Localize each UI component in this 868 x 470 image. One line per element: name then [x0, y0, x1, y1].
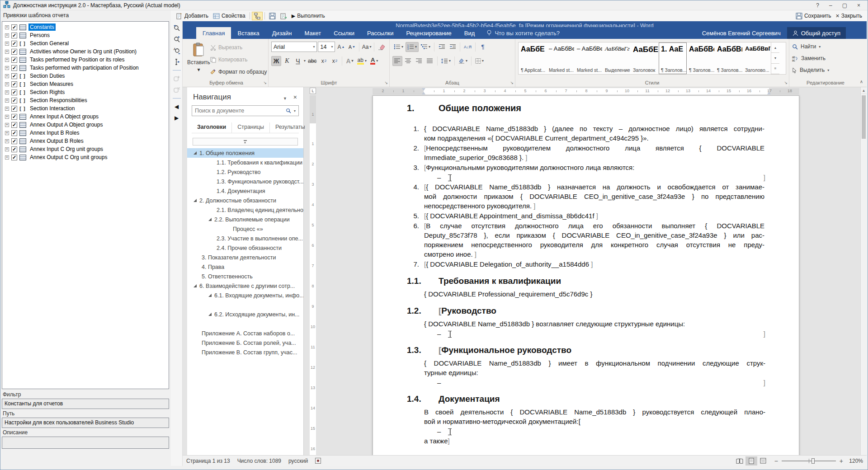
checkbox-checked-icon[interactable]: ✓: [11, 65, 17, 71]
zoom-slider-thumb[interactable]: [811, 458, 815, 464]
nav-heading-item[interactable]: Приложение А. Состав наборов о...: [187, 329, 303, 338]
expand-icon[interactable]: +: [5, 50, 9, 54]
highlight-button[interactable]: ab▾: [356, 56, 368, 66]
checkbox-checked-icon[interactable]: ✓: [11, 33, 17, 38]
style-card[interactable]: АаБбЕЗаголовок: [631, 42, 659, 74]
increase-indent-button[interactable]: [448, 42, 458, 52]
tree-item[interactable]: +✓[ ]Section General: [2, 39, 169, 47]
nav-heading-item[interactable]: 6. Взаимодействие с другими сотр...: [187, 281, 303, 291]
nav-heading-item[interactable]: 1.1. Требования к квалификации: [187, 158, 303, 167]
italic-button[interactable]: К: [282, 56, 292, 66]
tree-item[interactable]: +✓Annex Input A Object groups: [2, 113, 169, 121]
tree-item[interactable]: +✓Tasks performed by Position or its rol…: [2, 56, 169, 64]
zoom-slider[interactable]: [782, 461, 836, 461]
tree-item[interactable]: +✓Annex Input C Org unit groups: [2, 145, 169, 153]
checkbox-checked-icon[interactable]: ✓: [11, 146, 17, 152]
style-card[interactable]: АаБбЕ¶ Applicat...: [519, 42, 547, 74]
expand-icon[interactable]: +: [5, 82, 9, 86]
close-button[interactable]: × Закрыть: [834, 11, 864, 20]
superscript-button[interactable]: x2: [330, 56, 340, 66]
nav-heading-item[interactable]: 1.3. Функциональное руководст...: [187, 177, 303, 186]
tree-item[interactable]: +✓[ ]Section Responsibilities: [2, 96, 169, 104]
tree-item[interactable]: +✓Activities whose Owner is Org unit (Po…: [2, 47, 169, 56]
description-field[interactable]: [2, 437, 169, 449]
expand-icon[interactable]: +: [5, 66, 9, 70]
tab-Макет[interactable]: Макет: [298, 27, 328, 39]
checkbox-checked-icon[interactable]: ✓: [11, 24, 17, 30]
add-button[interactable]: * Добавить: [174, 12, 211, 20]
account-name[interactable]: Семёнов Евгений Сергеевич: [702, 27, 787, 39]
expanded-icon[interactable]: [208, 218, 212, 221]
tree-item[interactable]: +✓Annex Output A Object groups: [2, 121, 169, 129]
help-icon[interactable]: ?: [816, 2, 819, 9]
goto-cursor-icon[interactable]: [173, 58, 181, 66]
nav-heading-item[interactable]: Процесс «»: [187, 224, 303, 234]
bullets-button[interactable]: ▾: [392, 42, 405, 52]
font-launcher-icon[interactable]: ↘: [384, 80, 388, 85]
line-spacing-button[interactable]: ▾: [440, 56, 452, 66]
close-window-icon[interactable]: ×: [857, 2, 860, 9]
style-card[interactable]: АаБбВв¶ Заголов...: [715, 42, 743, 74]
replace-button[interactable]: abac Заменить: [792, 52, 859, 64]
expand-icon[interactable]: +: [5, 90, 9, 94]
search-input[interactable]: [195, 108, 283, 114]
expand-icon[interactable]: +: [5, 131, 9, 135]
hanging-indent-marker[interactable]: [422, 92, 425, 94]
tree-item[interactable]: +✓[ ]Section Measures: [2, 80, 169, 88]
align-right-button[interactable]: [414, 56, 424, 66]
read-mode-button[interactable]: [734, 456, 745, 465]
bindings-tree-button[interactable]: [252, 12, 263, 20]
expand-icon[interactable]: +: [5, 123, 9, 127]
find-text-icon[interactable]: A: [173, 47, 181, 55]
right-indent-marker[interactable]: [767, 92, 771, 94]
nav-heading-item[interactable]: Приложение Б. Состав ролей, уча...: [187, 338, 303, 348]
navigation-search-box[interactable]: ▾: [192, 105, 299, 116]
align-center-button[interactable]: [403, 56, 413, 66]
maximize-icon[interactable]: ▢: [842, 2, 847, 9]
scrollbar-thumb[interactable]: [862, 95, 866, 139]
nav-heading-item[interactable]: 1.2. Руководство: [187, 167, 303, 177]
align-left-button[interactable]: [392, 56, 402, 66]
checkbox-checked-icon[interactable]: ✓: [11, 138, 17, 144]
expand-icon[interactable]: +: [5, 99, 9, 103]
borders-button[interactable]: ▾: [474, 56, 485, 66]
font-name-combo[interactable]: Arial▾: [271, 42, 317, 52]
navpane-options-icon[interactable]: ▼: [283, 96, 287, 101]
nav-heading-item[interactable]: 2.4. Прочие обязанности: [187, 243, 303, 253]
checkbox-checked-icon[interactable]: ✓: [11, 73, 17, 79]
tree-item[interactable]: +✓Constants: [2, 23, 169, 31]
find-previous-binding-icon[interactable]: [173, 24, 181, 32]
checkbox-checked-icon[interactable]: ✓: [11, 155, 17, 160]
tree-item[interactable]: +✓Tasks performed with participation of …: [2, 64, 169, 72]
tab-selector[interactable]: L: [310, 88, 316, 94]
vertical-scrollbar[interactable]: ▲: [860, 87, 867, 455]
previous-icon[interactable]: ◀: [173, 103, 181, 111]
expanded-icon[interactable]: [193, 284, 197, 287]
checkbox-checked-icon[interactable]: ✓: [11, 130, 17, 136]
change-case-button[interactable]: Aa▾: [362, 42, 372, 52]
navpane-close-icon[interactable]: ×: [293, 94, 297, 101]
checkbox-checked-icon[interactable]: ✓: [11, 106, 17, 112]
share-button[interactable]: Общий доступ: [787, 27, 846, 39]
tree-item[interactable]: +✓[ ]Section Interaction: [2, 104, 169, 113]
nav-tab-Заголовки[interactable]: Заголовки: [192, 122, 232, 133]
save-template-button[interactable]: [267, 12, 278, 20]
tab-Ссылки[interactable]: Ссылки: [327, 27, 361, 39]
nav-tab-Результаты[interactable]: Результаты: [270, 122, 311, 133]
document-page[interactable]: 1.Общие положения1.{ DOCVARIABLE Name_d5…: [373, 95, 799, 455]
styles-more-icon[interactable]: ≡: [771, 64, 779, 74]
font-size-combo[interactable]: 14▾: [318, 42, 335, 52]
web-layout-button[interactable]: [757, 456, 769, 465]
style-card[interactable]: АаБбВвГгВыделение: [603, 42, 631, 74]
expand-icon[interactable]: +: [5, 42, 9, 46]
expanded-icon[interactable]: [193, 199, 197, 202]
checkbox-checked-icon[interactable]: ✓: [11, 49, 17, 55]
tab-Дизайн[interactable]: Дизайн: [266, 27, 298, 39]
expand-icon[interactable]: +: [5, 147, 9, 151]
decrease-indent-button[interactable]: [437, 42, 447, 52]
bold-button[interactable]: Ж: [271, 56, 281, 66]
save-button[interactable]: Сохранить: [793, 12, 834, 20]
shading-button[interactable]: ▾: [457, 56, 469, 66]
style-card[interactable]: АаБбВе¶ Заголов...: [687, 42, 715, 74]
tree-item[interactable]: +✓[ ]Section Rights: [2, 88, 169, 96]
